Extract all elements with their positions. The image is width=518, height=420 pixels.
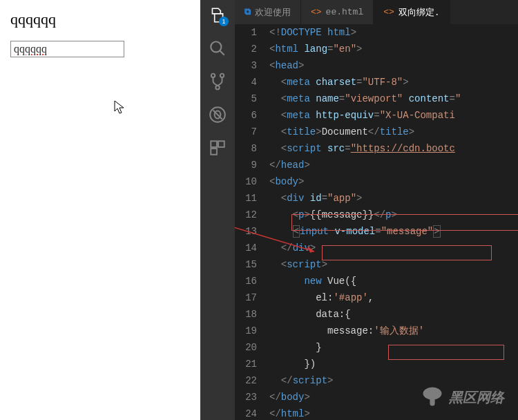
svg-point-3 xyxy=(220,74,224,77)
code-line: 11 <div id="app"> xyxy=(235,190,518,207)
code-content: <script> xyxy=(269,256,327,273)
line-number: 14 xyxy=(235,240,269,256)
tab-label: 欢迎使用 xyxy=(255,6,291,19)
line-number: 2 xyxy=(235,41,269,57)
editor-tab[interactable]: <>双向绑定. xyxy=(374,0,450,24)
code-content: <meta name="viewport" content=" xyxy=(269,90,461,107)
code-content: </html> xyxy=(269,405,310,420)
code-line: 20 } xyxy=(235,339,518,356)
debug-icon[interactable] xyxy=(208,105,227,124)
code-content: <html lang="en"> xyxy=(269,41,362,57)
explorer-icon[interactable]: 1 xyxy=(208,6,227,25)
code-content: } xyxy=(269,339,322,356)
browser-preview-panel: qqqqqq xyxy=(0,0,200,420)
tab-file-icon: ⧉ xyxy=(244,7,251,17)
message-output: qqqqqq xyxy=(10,10,190,28)
editor-tab[interactable]: <>ee.html xyxy=(301,0,374,24)
code-line: 7 <title>Document</title> xyxy=(235,124,518,140)
code-line: 8 <script src="https://cdn.bootc xyxy=(235,140,518,157)
tab-label: ee.html xyxy=(326,7,364,17)
svg-rect-8 xyxy=(218,141,224,147)
svg-point-2 xyxy=(211,74,215,77)
tab-file-icon: <> xyxy=(383,7,394,17)
line-number: 19 xyxy=(235,323,269,339)
code-line: 16 new Vue({ xyxy=(235,273,518,289)
code-content: </div> xyxy=(269,240,316,256)
code-content: <!DOCTYPE html> xyxy=(269,24,356,41)
line-number: 6 xyxy=(235,107,269,124)
code-line: 19 message:'输入数据' xyxy=(235,323,518,339)
line-number: 24 xyxy=(235,405,269,420)
line-number: 1 xyxy=(235,24,269,41)
line-number: 23 xyxy=(235,389,269,405)
tab-label: 双向绑定. xyxy=(399,6,440,19)
code-content: <input v-model="message"> xyxy=(269,223,441,240)
code-content: }) xyxy=(269,356,316,372)
code-content: </body> xyxy=(269,389,310,405)
svg-line-1 xyxy=(220,50,224,55)
editor-tabs: ⧉欢迎使用<>ee.html<>双向绑定. xyxy=(235,0,518,24)
line-number: 5 xyxy=(235,90,269,107)
svg-point-4 xyxy=(215,86,219,89)
cursor-icon xyxy=(114,100,126,115)
code-content: <p>{{message}}</p> xyxy=(269,207,397,223)
line-number: 20 xyxy=(235,339,269,356)
line-number: 3 xyxy=(235,57,269,74)
line-number: 11 xyxy=(235,190,269,207)
message-input[interactable] xyxy=(10,41,124,57)
code-line: 13 <input v-model="message"> xyxy=(235,223,518,240)
code-content: </script> xyxy=(269,372,333,389)
watermark-text: 黑区网络 xyxy=(449,388,504,407)
code-content: data:{ xyxy=(269,306,351,323)
code-content: el:'#app', xyxy=(269,289,374,306)
tab-file-icon: <> xyxy=(311,7,322,17)
svg-rect-13 xyxy=(430,396,434,405)
code-line: 4 <meta charset="UTF-8"> xyxy=(235,74,518,90)
activity-bar: 1 xyxy=(200,0,235,420)
code-line: 10<body> xyxy=(235,173,518,190)
line-number: 13 xyxy=(235,223,269,240)
svg-rect-9 xyxy=(211,149,217,155)
editor-area: ⧉欢迎使用<>ee.html<>双向绑定. 1<!DOCTYPE html>2<… xyxy=(235,0,518,420)
code-content: <div id="app"> xyxy=(269,190,362,207)
search-icon[interactable] xyxy=(208,39,227,58)
line-number: 8 xyxy=(235,140,269,157)
svg-rect-7 xyxy=(211,141,217,147)
code-line: 18 data:{ xyxy=(235,306,518,323)
line-number: 10 xyxy=(235,173,269,190)
line-number: 21 xyxy=(235,356,269,372)
code-line: 15 <script> xyxy=(235,256,518,273)
code-line: 2<html lang="en"> xyxy=(235,41,518,57)
code-content: new Vue({ xyxy=(269,273,356,289)
code-editor[interactable]: 1<!DOCTYPE html>2<html lang="en">3<head>… xyxy=(235,24,518,420)
svg-point-0 xyxy=(211,41,221,52)
mushroom-icon xyxy=(420,385,445,410)
watermark: 黑区网络 xyxy=(420,385,504,410)
code-content: </head> xyxy=(269,157,310,173)
code-line: 5 <meta name="viewport" content=" xyxy=(235,90,518,107)
line-number: 4 xyxy=(235,74,269,90)
code-line: 14 </div> xyxy=(235,240,518,256)
line-number: 7 xyxy=(235,124,269,140)
code-content: <script src="https://cdn.bootc xyxy=(269,140,455,157)
code-content: <body> xyxy=(269,173,304,190)
code-line: 6 <meta http-equiv="X-UA-Compati xyxy=(235,107,518,124)
code-line: 1<!DOCTYPE html> xyxy=(235,24,518,41)
code-content: <title>Document</title> xyxy=(269,124,414,140)
code-content: <meta http-equiv="X-UA-Compati xyxy=(269,107,455,124)
line-number: 12 xyxy=(235,207,269,223)
extensions-icon[interactable] xyxy=(208,138,227,158)
explorer-badge: 1 xyxy=(219,17,229,26)
source-control-icon[interactable] xyxy=(208,72,227,91)
code-line: 12 <p>{{message}}</p> xyxy=(235,207,518,223)
editor-tab[interactable]: ⧉欢迎使用 xyxy=(235,0,301,24)
code-content: <head> xyxy=(269,57,304,74)
line-number: 15 xyxy=(235,256,269,273)
line-number: 9 xyxy=(235,157,269,173)
code-line: 21 }) xyxy=(235,356,518,372)
code-content: <meta charset="UTF-8"> xyxy=(269,74,409,90)
code-line: 17 el:'#app', xyxy=(235,289,518,306)
code-line: 9</head> xyxy=(235,157,518,173)
code-line: 3<head> xyxy=(235,57,518,74)
line-number: 16 xyxy=(235,273,269,289)
